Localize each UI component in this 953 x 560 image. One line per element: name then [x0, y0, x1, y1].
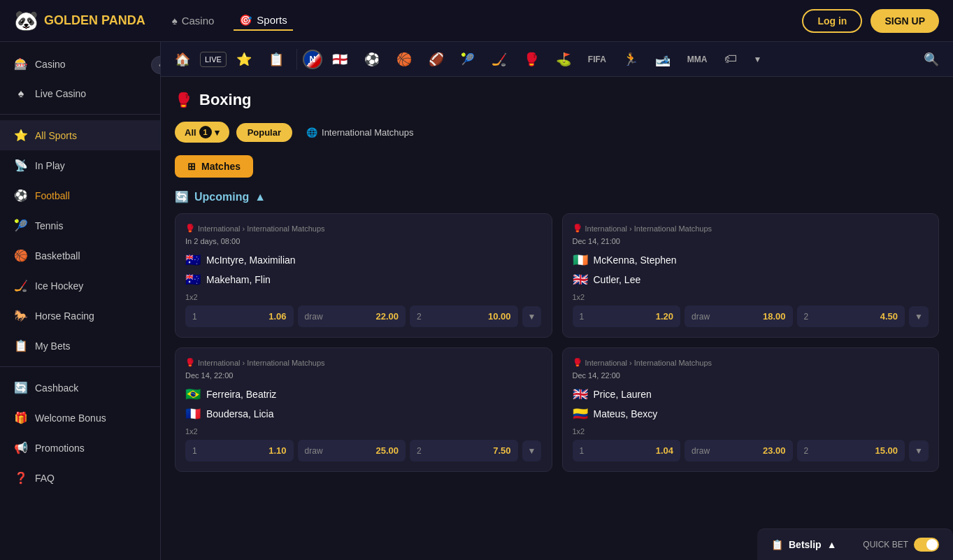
card-1-odds1[interactable]: 1 1.06: [185, 306, 294, 327]
filter-popular-button[interactable]: Popular: [236, 123, 292, 142]
sidebar-item-ice-hockey[interactable]: 🏒 Ice Hockey: [0, 271, 160, 301]
card-1-draw[interactable]: draw 22.00: [298, 306, 406, 327]
sport-nav-ice-hockey2[interactable]: 🏒: [485, 46, 514, 73]
card-4-odds-row: 1 1.04 draw 23.00 2 15.00 ▼: [573, 440, 929, 461]
sport-nav-favorites[interactable]: ⭐: [229, 46, 259, 73]
sport-nav-basketball2[interactable]: 🏀: [389, 46, 419, 73]
card-1-odds-more[interactable]: ▼: [522, 306, 542, 327]
sidebar-item-tennis[interactable]: 🎾 Tennis: [0, 210, 160, 240]
card-1-fighter2-row: 🇦🇺 Makeham, Flin: [185, 272, 542, 287]
sidebar-item-casino[interactable]: 🎰 Casino: [0, 49, 160, 79]
card-4-odds-more[interactable]: ▼: [909, 440, 929, 461]
sidebar-item-promotions[interactable]: 📢 Promotions: [0, 433, 160, 463]
card-1-fighter1-name: McIntyre, Maximilian: [206, 254, 296, 266]
nav-sports[interactable]: 🎯 Sports: [234, 11, 292, 31]
sport-nav-home[interactable]: 🏠: [168, 46, 197, 73]
sidebar-item-welcome-bonus[interactable]: 🎁 Welcome Bonus: [0, 403, 160, 433]
matches-grid-icon: ⊞: [187, 161, 196, 172]
card-1-fighter1-row: 🇦🇺 McIntyre, Maximilian: [185, 252, 542, 268]
sidebar-item-basketball[interactable]: 🏀 Basketball: [0, 240, 160, 271]
sidebar-item-live-casino[interactable]: ♠ Live Casino: [0, 79, 160, 108]
card-1-fighter2-name: Makeham, Flin: [206, 274, 271, 285]
matches-grid: 🥊 International › International Matchups…: [175, 213, 939, 472]
card-2-odds2[interactable]: 2 4.50: [797, 306, 905, 327]
cashback-icon: 🔄: [14, 381, 28, 394]
upcoming-icon: 🔄: [175, 190, 189, 203]
filter-international-button[interactable]: 🌐 International Matchups: [299, 123, 421, 142]
card-1-boxing-icon: 🥊: [185, 224, 195, 233]
main-inner: 🥊 Boxing All 1 ▾ Popular 🌐 International…: [161, 77, 953, 486]
sport-nav-skiing[interactable]: 🎿: [648, 46, 678, 73]
sport-top-nav: 🏠 LIVE ⭐ 📋 N 🏴󠁧󠁢󠁥󠁮󠁧󠁿 ⚽ 🏀 🏈 🎾 🏒 🥊 ⛳ FIFA …: [161, 42, 953, 77]
card-4-header: 🥊 International › International Matchups: [573, 358, 929, 367]
main-content: 🏠 LIVE ⭐ 📋 N 🏴󠁧󠁢󠁥󠁮󠁧󠁿 ⚽ 🏀 🏈 🎾 🏒 🥊 ⛳ FIFA …: [161, 42, 953, 560]
card-4-odds1[interactable]: 1 1.04: [573, 440, 681, 461]
nav-casino[interactable]: ♠ Casino: [166, 11, 220, 31]
boxing-title-icon: 🥊: [175, 92, 192, 108]
sport-nav-american-football[interactable]: 🏈: [422, 46, 451, 73]
card-4-time: Dec 14, 22:00: [573, 371, 929, 380]
ice-hockey-icon: 🏒: [14, 279, 28, 292]
sport-nav-fifa[interactable]: FIFA: [581, 49, 613, 70]
main-nav: ♠ Casino 🎯 Sports: [166, 11, 293, 31]
card-1-odds2[interactable]: 2 10.00: [410, 306, 518, 327]
card-3-odds-more[interactable]: ▼: [522, 440, 542, 461]
sidebar-item-my-bets[interactable]: 📋 My Bets: [0, 331, 160, 361]
sport-nav-england[interactable]: 🏴󠁧󠁢󠁥󠁮󠁧󠁿: [325, 46, 354, 73]
quick-bet-toggle[interactable]: [914, 538, 939, 552]
quick-bet-area: QUICK BET: [863, 538, 939, 552]
sport-nav-mma[interactable]: MMA: [680, 49, 715, 70]
sidebar-item-all-sports[interactable]: ⭐ All Sports: [0, 120, 160, 150]
card-4-fighter2-flag: 🇨🇴: [573, 406, 588, 422]
casino-icon: ♠: [172, 15, 178, 27]
sidebar-item-cashback[interactable]: 🔄 Cashback: [0, 373, 160, 403]
sport-nav-search[interactable]: 🔍: [917, 46, 946, 73]
card-2-odds1[interactable]: 1 1.20: [573, 306, 681, 327]
login-button[interactable]: Log in: [802, 9, 862, 33]
card-4-draw[interactable]: draw 23.00: [685, 440, 793, 461]
in-play-icon: 📡: [14, 159, 28, 172]
card-2-odds-more[interactable]: ▼: [909, 306, 929, 327]
filter-all-button[interactable]: All 1 ▾: [175, 122, 229, 143]
card-2-draw[interactable]: draw 18.00: [685, 306, 793, 327]
sidebar-item-faq[interactable]: ❓ FAQ: [0, 463, 160, 493]
card-4-odds2[interactable]: 2 15.00: [797, 440, 905, 461]
sport-nav-betbuilder[interactable]: 📋: [261, 46, 291, 73]
sport-nav-boxing[interactable]: 🥊: [517, 46, 546, 73]
betslip-bar[interactable]: 📋 Betslip ▲ QUICK BET: [757, 529, 953, 560]
all-sports-icon: ⭐: [14, 129, 28, 142]
upcoming-chevron: ▲: [255, 191, 266, 203]
sport-nav-live[interactable]: LIVE: [200, 52, 227, 67]
card-3-boxing-icon: 🥊: [185, 358, 195, 367]
card-3-header: 🥊 International › International Matchups: [185, 358, 542, 367]
sport-nav-national[interactable]: N: [303, 50, 322, 69]
card-3-odds-row: 1 1.10 draw 25.00 2 7.50 ▼: [185, 440, 542, 461]
match-card-3: 🥊 International › International Matchups…: [175, 347, 552, 472]
sports-icon: 🎯: [239, 14, 252, 27]
card-3-fighter1-row: 🇧🇷 Ferreira, Beatriz: [185, 387, 542, 402]
matches-button[interactable]: ⊞ Matches: [175, 155, 253, 178]
header-left: 🐼 GOLDEN PANDA ♠ Casino 🎯 Sports: [14, 9, 293, 32]
sidebar-item-football[interactable]: ⚽ Football: [0, 180, 160, 210]
card-1-fighter2-flag: 🇦🇺: [185, 272, 201, 287]
card-3-fighter1-name: Ferreira, Beatriz: [206, 389, 276, 400]
sidebar-item-horse-racing[interactable]: 🐎 Horse Racing: [0, 301, 160, 331]
signup-button[interactable]: SIGN UP: [870, 9, 939, 33]
sport-nav-football[interactable]: ⚽: [357, 46, 387, 73]
sport-nav-athletics[interactable]: 🏃: [616, 46, 645, 73]
sport-nav-tennis2[interactable]: 🎾: [454, 47, 482, 71]
card-3-draw[interactable]: draw 25.00: [298, 440, 406, 461]
card-3-fighter2-flag: 🇫🇷: [185, 406, 201, 422]
card-3-odds2[interactable]: 2 7.50: [410, 440, 518, 461]
sport-nav-golf[interactable]: ⛳: [549, 46, 578, 73]
header-right: Log in SIGN UP: [802, 9, 939, 33]
card-3-fighter1-flag: 🇧🇷: [185, 387, 201, 402]
sidebar-item-in-play[interactable]: 📡 In Play: [0, 150, 160, 180]
sport-nav-tag[interactable]: 🏷: [717, 46, 744, 72]
horse-racing-icon: 🐎: [14, 309, 28, 322]
sport-nav-more[interactable]: ▼: [747, 49, 769, 70]
card-2-fighter2-name: Cutler, Lee: [594, 274, 641, 285]
card-2-fighter1-flag: 🇮🇪: [573, 252, 588, 268]
card-3-odds1[interactable]: 1 1.10: [185, 440, 294, 461]
card-2-time: Dec 14, 21:00: [573, 237, 929, 245]
